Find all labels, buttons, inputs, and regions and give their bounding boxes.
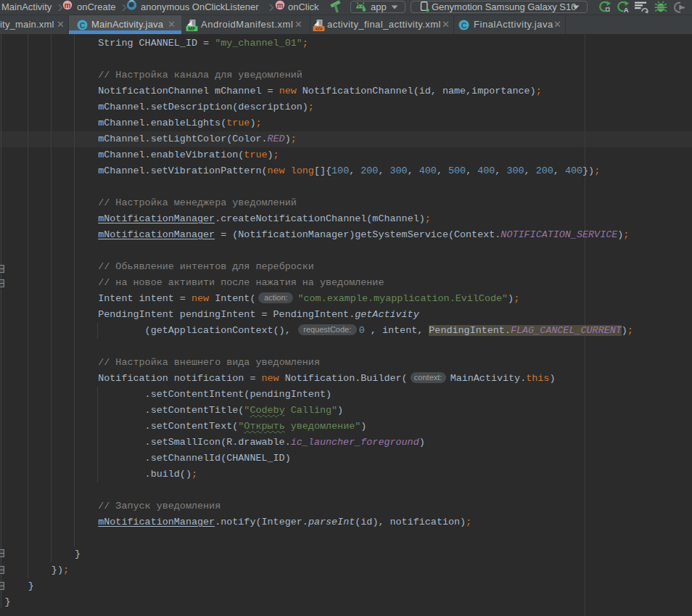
svg-text:MF: MF: [189, 26, 196, 31]
svg-text:m: m: [277, 1, 284, 9]
svg-text:C: C: [80, 20, 86, 29]
svg-text:A: A: [624, 6, 629, 14]
svg-text:C: C: [461, 20, 467, 29]
svg-text:</>: </>: [316, 26, 323, 31]
svg-text:m: m: [65, 1, 71, 9]
